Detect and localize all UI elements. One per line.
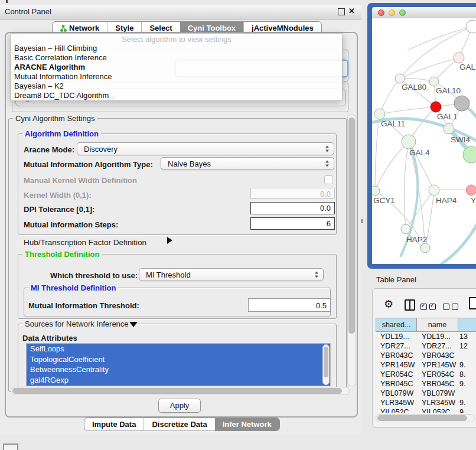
table-row[interactable]: YBR043CYBR043C — [376, 351, 476, 360]
control-panel-titlebar — [0, 5, 361, 19]
node-gcy1[interactable] — [372, 186, 380, 195]
apply-button[interactable]: Apply — [158, 399, 201, 413]
data-attributes-label: Data Attributes — [22, 334, 77, 343]
node-gal11[interactable] — [374, 109, 385, 119]
which-threshold-combo[interactable]: MI Threshold — [139, 268, 324, 281]
node-label: Y — [471, 196, 476, 205]
dpi-tolerance-label: DPI Tolerance [0,1]: — [24, 205, 94, 214]
node-unlabeled[interactable] — [466, 20, 476, 33]
node-bottom[interactable] — [420, 243, 430, 253]
table-row[interactable]: YPR145WYPR145W9. — [376, 360, 476, 370]
node-pink-right[interactable] — [466, 185, 476, 195]
threshold-definition-title: Threshold Definition — [22, 250, 102, 258]
dropdown-option[interactable]: Bayesian – K2 — [11, 81, 342, 91]
tab-style-label: Style — [115, 24, 133, 32]
network-icon — [60, 25, 67, 32]
list-item[interactable]: SelfLoops — [27, 344, 330, 354]
mi-type-combo[interactable]: Naive Bayes — [161, 157, 334, 170]
column-header-clipped[interactable] — [458, 318, 476, 332]
node-gray[interactable] — [454, 96, 470, 111]
mi-threshold-field[interactable]: 0.5 — [248, 298, 331, 312]
list-item[interactable]: BetweennessCentrality — [27, 364, 330, 375]
deselect-all-columns-icon[interactable] — [443, 302, 461, 312]
kernel-width-field[interactable]: 0.0 — [250, 188, 335, 199]
tab-network-label: Network — [69, 24, 99, 32]
table-row[interactable]: YER054CYER054C8. — [376, 370, 476, 379]
control-panel-title: Control Panel — [5, 7, 51, 16]
new-table-icon[interactable] — [469, 297, 476, 309]
network-window-titlebar[interactable] — [372, 7, 476, 19]
sources-title[interactable]: Sources for Network Inference — [22, 320, 131, 328]
settings-vertical-scrollbar[interactable] — [347, 115, 356, 386]
table-row[interactable]: YIL052CYIL052C9. — [376, 407, 476, 413]
columns-icon[interactable] — [405, 299, 415, 311]
corner-tick — [6, 0, 8, 3]
node-label: GAL — [459, 63, 476, 71]
node-gal-pink[interactable] — [454, 53, 464, 63]
table-header: shared... name — [376, 318, 476, 332]
mi-steps-field[interactable]: 6 — [250, 217, 335, 230]
list-vertical-scrollbar[interactable] — [322, 344, 330, 385]
dropdown-option[interactable]: Bayesian – Hill Climbing — [11, 44, 342, 53]
gear-icon[interactable]: ⚙ — [384, 298, 393, 311]
dropdown-option-selected[interactable]: ARACNE Algorithm — [11, 63, 342, 72]
dropdown-option[interactable]: Mutual Information Inference — [11, 72, 342, 81]
hub-section-label[interactable]: Hub/Transcription Factor Definition — [24, 238, 146, 247]
node-swi4[interactable] — [444, 123, 454, 134]
aracne-mode-label: Aracne Mode: — [24, 145, 74, 154]
dropdown-option[interactable]: Basic Correlation Inference — [11, 53, 342, 63]
collapse-down-icon[interactable] — [129, 322, 138, 327]
close-icon[interactable]: ✕ — [348, 6, 355, 15]
node-gal10[interactable] — [429, 77, 439, 86]
tab-cyni-toolbox-label: Cyni Toolbox — [188, 24, 236, 32]
node-label: GAL10 — [436, 86, 461, 95]
table-row[interactable]: YDL19...YDL19...13 — [376, 332, 476, 341]
table-row[interactable]: YBR045CYBR045C9. — [376, 379, 476, 389]
mi-threshold-label: Mutual Information Threshold: — [28, 301, 139, 310]
tab-infer-network[interactable]: Infer Network — [215, 418, 279, 431]
float-window-icon[interactable] — [338, 8, 345, 15]
algorithm-definition-title: Algorithm Definition — [22, 130, 101, 138]
mi-steps-label: Mutual Information Steps: — [24, 220, 118, 229]
minimize-traffic-light-icon[interactable] — [389, 9, 395, 16]
table-body[interactable]: YDL19...YDL19...13 YDR27...YDR27...12 YB… — [376, 332, 476, 413]
split-pane-handle[interactable] — [361, 219, 363, 223]
data-attributes-list[interactable]: SelfLoops TopologicalCoefficient Between… — [26, 343, 331, 386]
app-root: Control Panel ✕ Network Style Select Cyn… — [0, 0, 476, 450]
node-hap2[interactable] — [401, 224, 410, 234]
tab-discretize-data[interactable]: Discretize Data — [144, 418, 214, 431]
node-gal4[interactable] — [402, 135, 416, 149]
list-item[interactable]: gal4RGexp — [27, 375, 330, 386]
aracne-mode-value: Discovery — [84, 145, 118, 154]
select-all-columns-icon[interactable] — [420, 302, 438, 312]
close-traffic-light-icon[interactable] — [378, 9, 384, 16]
table-row[interactable]: YBL079WYBL079W — [376, 389, 476, 398]
dpi-tolerance-field[interactable]: 0.0 — [250, 202, 335, 214]
scrollbar-thumb[interactable] — [377, 415, 467, 421]
scrollbar-thumb[interactable] — [348, 118, 355, 334]
tab-impute-data[interactable]: Impute Data — [84, 418, 144, 431]
node-gal1-red[interactable] — [431, 102, 441, 112]
table-row[interactable]: YLR345WYLR345W9. — [376, 398, 476, 407]
scrollbar-thumb[interactable] — [324, 347, 328, 377]
list-item[interactable]: TopologicalCoefficient — [27, 354, 330, 365]
settings-horizontal-scrollbar[interactable] — [11, 387, 350, 395]
aracne-mode-combo[interactable]: Discovery — [77, 142, 334, 155]
node-hap4[interactable] — [429, 185, 439, 195]
scrollbar-thumb[interactable] — [12, 388, 342, 394]
column-header-name[interactable]: name — [417, 318, 458, 332]
node-label: GCY1 — [373, 196, 395, 205]
expand-right-icon[interactable] — [167, 237, 172, 244]
network-view-canvas[interactable]: GAL GAL80 GAL10 GAL1 GAL11 SWI4 GAL4 GCY… — [372, 18, 476, 264]
table-horizontal-scrollbar[interactable] — [376, 414, 475, 422]
manual-kernel-checkbox[interactable] — [324, 175, 333, 184]
node-label: GAL4 — [409, 148, 430, 157]
node-label: GAL80 — [402, 83, 426, 92]
zoom-traffic-light-icon[interactable] — [399, 9, 406, 16]
column-header-shared-name[interactable]: shared... — [376, 318, 417, 332]
dropdown-option[interactable]: Dream8 DC_TDC Algorithm — [11, 91, 342, 100]
cyni-algorithm-settings-title: Cyni Algorithm Settings — [13, 115, 97, 122]
table-row[interactable]: YDR27...YDR27...12 — [376, 341, 476, 351]
node-gal80[interactable] — [395, 74, 405, 83]
status-bar-icon — [3, 444, 18, 450]
